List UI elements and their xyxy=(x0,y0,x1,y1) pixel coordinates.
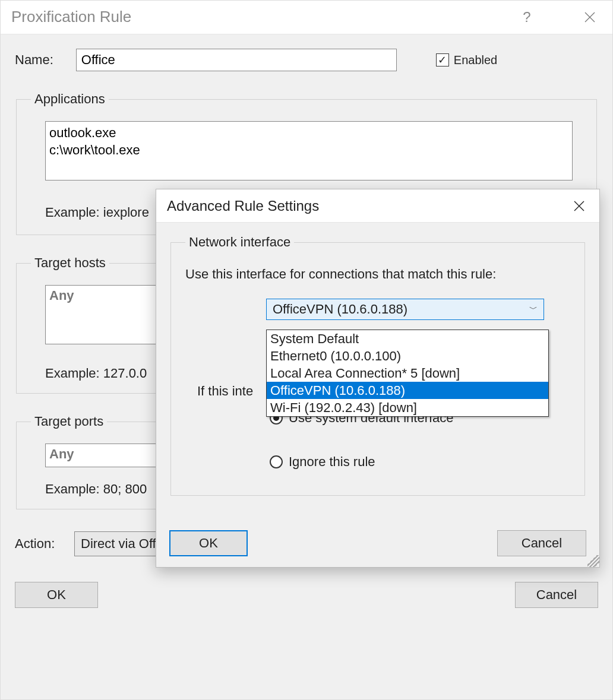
name-label: Name: xyxy=(15,52,53,68)
interface-instruction: Use this interface for connections that … xyxy=(185,267,570,282)
resize-gripper[interactable] xyxy=(587,555,599,567)
name-input[interactable] xyxy=(76,49,397,71)
titlebar: Proxification Rule ? xyxy=(1,1,612,33)
interface-selected-value: OfficeVPN (10.6.0.188) xyxy=(273,302,407,317)
target-hosts-legend: Target hosts xyxy=(31,255,109,271)
ok-button[interactable]: OK xyxy=(15,582,98,608)
applications-legend: Applications xyxy=(31,91,109,107)
modal-title: Advanced Rule Settings xyxy=(167,198,570,214)
modal-titlebar: Advanced Rule Settings xyxy=(156,189,599,223)
cancel-button[interactable]: Cancel xyxy=(515,582,598,608)
applications-input[interactable] xyxy=(45,121,573,180)
name-row: Name: ✓ Enabled xyxy=(15,49,598,71)
radio-icon xyxy=(270,455,283,468)
action-label: Action: xyxy=(15,536,74,552)
modal-buttons: OK Cancel xyxy=(169,530,586,556)
modal-ok-button[interactable]: OK xyxy=(169,530,248,556)
interface-dropdown-list: System Default Ethernet0 (10.0.0.100) Lo… xyxy=(266,330,549,417)
modal-content: Network interface Use this interface for… xyxy=(156,223,599,567)
dropdown-option[interactable]: System Default xyxy=(267,330,548,347)
help-button[interactable]: ? xyxy=(515,5,539,29)
close-icon xyxy=(584,11,596,23)
dropdown-option-selected[interactable]: OfficeVPN (10.6.0.188) xyxy=(267,382,548,399)
chevron-down-icon: ﹀ xyxy=(529,304,538,315)
enabled-checkbox[interactable]: ✓ Enabled xyxy=(436,53,497,67)
enabled-label: Enabled xyxy=(454,53,497,67)
checkbox-box: ✓ xyxy=(436,53,449,66)
modal-cancel-button[interactable]: Cancel xyxy=(497,530,586,556)
radio-ignore-label: Ignore this rule xyxy=(289,454,375,470)
modal-close-button[interactable] xyxy=(570,197,589,216)
target-ports-legend: Target ports xyxy=(31,414,107,429)
radio-ignore-rule[interactable]: Ignore this rule xyxy=(270,454,375,470)
dropdown-option[interactable]: Ethernet0 (10.0.0.100) xyxy=(267,347,548,365)
network-interface-legend: Network interface xyxy=(185,235,294,250)
dialog-buttons: OK Cancel xyxy=(15,582,598,608)
network-interface-group: Network interface Use this interface for… xyxy=(170,235,585,496)
if-unavailable-label: If this inte xyxy=(197,384,253,399)
close-icon xyxy=(573,200,585,212)
advanced-rule-settings-dialog: Advanced Rule Settings Network interface… xyxy=(156,189,600,568)
dropdown-option[interactable]: Local Area Connection* 5 [down] xyxy=(267,365,548,382)
interface-select[interactable]: OfficeVPN (10.6.0.188) ﹀ xyxy=(266,299,544,320)
window-title: Proxification Rule xyxy=(11,8,515,26)
dropdown-option[interactable]: Wi-Fi (192.0.2.43) [down] xyxy=(267,399,548,416)
close-button[interactable] xyxy=(578,5,602,29)
